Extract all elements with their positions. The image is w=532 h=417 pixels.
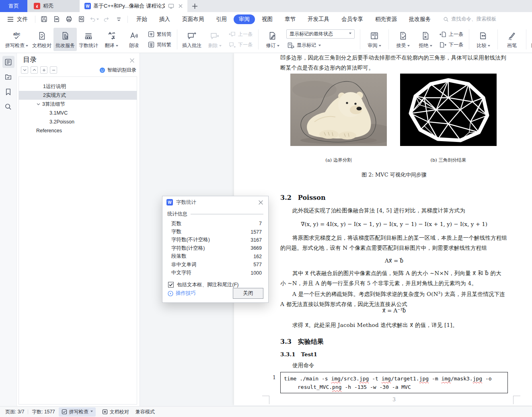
toc-item-1[interactable]: 1运行说明 [19, 82, 137, 91]
close-button[interactable]: 关闭 [233, 288, 263, 299]
collapse-level-button[interactable] [50, 66, 57, 74]
page-indicator[interactable]: 页面: 3/7 [5, 409, 24, 415]
spell-check-icon: abc [12, 30, 22, 41]
tab-home[interactable]: 首页 [0, 0, 27, 12]
show-markup-button[interactable]: 显示标记 [286, 41, 355, 49]
menu-correction-service[interactable]: 批改服务 [404, 14, 436, 24]
translate-button[interactable]: 翻译 [100, 28, 123, 51]
undo-caret-icon[interactable] [97, 18, 99, 21]
figure-boundary-segmentation-image [290, 74, 387, 146]
stat-row-chars-with-space: 字符数(计空格)3669 [171, 244, 262, 252]
correction-service-button[interactable]: 批改服务 [53, 28, 77, 51]
print-button[interactable] [64, 14, 74, 24]
tab-close-icon[interactable] [177, 2, 184, 10]
bookmark-button[interactable] [2, 86, 14, 98]
restrict-editing-button[interactable]: 限制编辑 [529, 28, 532, 51]
toc-item-3-1[interactable]: 3.1MVC [19, 109, 137, 117]
code-line-number: 1 [273, 374, 276, 380]
toc-item-3-2[interactable]: 3.2Poisson [19, 117, 137, 126]
play-circle-icon [168, 291, 173, 296]
previous-comment-icon [229, 31, 236, 37]
review-list-button[interactable] [2, 71, 14, 83]
collapse-all-button[interactable] [31, 66, 38, 74]
menu-view[interactable]: 视图 [257, 14, 278, 24]
print-preview-button[interactable] [76, 14, 87, 24]
menu-dev-tools[interactable]: 开发工具 [302, 14, 335, 24]
menu-review[interactable]: 审阅 [234, 14, 255, 24]
trad-to-simp-icon [148, 31, 154, 37]
proofread-button[interactable]: 文档校对 [30, 28, 53, 51]
code-block[interactable]: time ./main -s img/src3.jpg -t img/targe… [280, 372, 508, 393]
command-search[interactable]: 查找命令、搜索模板 [443, 16, 497, 23]
insert-comment-button[interactable]: 插入批注 [180, 28, 203, 51]
expand-all-button[interactable] [21, 66, 28, 74]
accept-change-button[interactable]: 接受 [392, 28, 414, 51]
toc-panel-title: 目录 [23, 55, 37, 64]
output-as-button[interactable] [51, 14, 62, 24]
brush-button[interactable]: 画笔 [501, 28, 523, 51]
menu-member[interactable]: 会员专享 [336, 14, 368, 24]
group-divider [177, 29, 177, 49]
track-changes-icon [268, 30, 277, 41]
redo-button[interactable] [101, 14, 112, 24]
undo-button[interactable] [88, 14, 99, 24]
delete-comment-button[interactable]: 删除 [203, 28, 226, 51]
trad-to-simp-button[interactable]: 繁转简 [147, 30, 173, 39]
body-text-line: 使用命令 [292, 362, 314, 369]
toc-item-2[interactable]: 2实现方式 [19, 91, 137, 100]
previous-change-button[interactable]: 上一条 [438, 30, 464, 39]
menu-docer-resources[interactable]: 稻壳资源 [370, 14, 402, 24]
compat-mode-label[interactable]: 兼容模式 [136, 409, 155, 415]
page-number: 3 [280, 397, 508, 403]
toc-item-3[interactable]: 3算法细节 [19, 100, 137, 109]
compare-button[interactable]: 比较 [472, 28, 495, 51]
checkbox-checked-icon[interactable] [168, 282, 174, 288]
spell-check-button[interactable]: abc 拼写检查 [3, 28, 30, 51]
proofread-toggle[interactable]: 文档校对 [99, 407, 132, 417]
next-change-button[interactable]: 下一条 [438, 41, 464, 49]
save-button[interactable] [39, 14, 49, 24]
tips-link[interactable]: 操作技巧 [168, 290, 196, 297]
menu-start[interactable]: 开始 [131, 14, 152, 24]
word-count-indicator[interactable]: 字数: 1577 [32, 409, 55, 415]
customize-toolbar-icon[interactable] [113, 14, 124, 24]
word-count-button[interactable]: 字数统计 [77, 28, 100, 51]
reject-change-button[interactable]: 拒绝 [414, 28, 437, 51]
dialog-title-bar[interactable]: W 字数统计 [162, 196, 268, 208]
caret-down-icon [407, 45, 410, 48]
accept-change-icon [398, 30, 408, 41]
caret-down-icon [379, 45, 381, 48]
menu-insert[interactable]: 插入 [154, 14, 175, 24]
next-comment-button[interactable]: 下一条 [228, 41, 254, 49]
track-changes-button[interactable]: 修订 [261, 28, 284, 51]
menu-section[interactable]: 章节 [279, 14, 301, 24]
review-pane-button[interactable]: 审阅 [363, 28, 386, 51]
simp-to-trad-button[interactable]: 简转繁 [147, 41, 173, 49]
spell-check-toggle[interactable]: 拼写检查 [59, 407, 96, 417]
body-text-line: 其中 x⃗ 代表融合后的图片中像素点的值，矩阵 A 的大小 ∼N×N，列向量 x… [292, 270, 501, 277]
file-menu-button[interactable]: 文件 [7, 16, 33, 23]
page-margin-mark [513, 396, 520, 404]
markup-state-select[interactable]: 显示标记的最终状态 [286, 29, 355, 39]
include-textbox-checkbox[interactable]: 包括文本框、脚注和尾注(F) [168, 281, 268, 288]
share-to-screen-icon[interactable] [167, 2, 175, 10]
divider [28, 409, 28, 414]
wps-writer-logo-icon: W [166, 199, 173, 205]
smart-toc-button[interactable]: 智能识别目录 [99, 67, 136, 74]
tab-document[interactable]: W 基于C++和Py...像融合 课程论文 [80, 0, 187, 12]
expand-level-button[interactable] [40, 66, 47, 74]
document-page[interactable]: 凹多边形，因此在三角剖分之后要手动去掉那些不在轮廓内的三角形，具体可以采用射线法… [234, 53, 532, 405]
tab-docer[interactable]: 稻壳 [27, 0, 80, 12]
previous-comment-button[interactable]: 上一条 [228, 30, 254, 39]
read-aloud-button[interactable]: 朗读 [123, 28, 145, 51]
menu-page-layout[interactable]: 页面布局 [177, 14, 209, 24]
toc-close-icon[interactable] [128, 57, 136, 64]
toc-panel-button[interactable] [2, 56, 14, 68]
chevron-down-icon[interactable] [37, 103, 42, 105]
menu-reference[interactable]: 引用 [211, 14, 232, 24]
dialog-close-icon[interactable] [257, 199, 264, 206]
find-button[interactable] [2, 101, 14, 113]
new-tab-button[interactable] [187, 0, 202, 12]
group-divider [360, 29, 360, 49]
toc-item-references[interactable]: References [19, 126, 137, 135]
